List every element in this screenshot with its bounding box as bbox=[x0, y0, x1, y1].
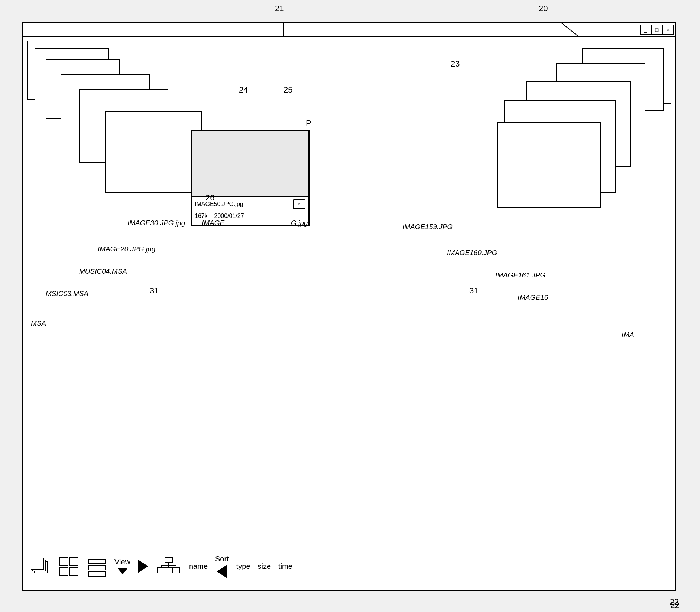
ref-P-label: P bbox=[306, 119, 311, 128]
ref-25-label: 25 bbox=[283, 85, 292, 95]
list-icon[interactable] bbox=[87, 556, 107, 577]
svg-rect-21 bbox=[88, 566, 105, 570]
file-label-image160: IMAGE160.JPG bbox=[447, 249, 497, 257]
file-label-image161: IMAGE161.JPG bbox=[495, 271, 545, 279]
svg-rect-20 bbox=[88, 559, 105, 564]
toolbar: View name bbox=[23, 542, 675, 590]
svg-rect-17 bbox=[70, 557, 78, 566]
time-label: time bbox=[278, 562, 292, 571]
file-label-image16x: IMAGE16 bbox=[518, 293, 548, 302]
main-window: _ □ × bbox=[22, 22, 676, 591]
card-image-area bbox=[192, 131, 308, 197]
view-dropdown-icon[interactable] bbox=[117, 568, 128, 575]
grid-icon[interactable] bbox=[59, 556, 79, 577]
file-label-music04: MUSIC04.MSA bbox=[79, 267, 127, 276]
ref-23-label: 23 bbox=[451, 59, 460, 69]
file-label-ima: IMA bbox=[622, 331, 634, 339]
svg-rect-19 bbox=[70, 567, 78, 576]
stacked-pages-icon[interactable] bbox=[31, 556, 51, 577]
size-label: size bbox=[258, 562, 271, 571]
type-label: type bbox=[236, 562, 250, 571]
play-icon[interactable] bbox=[138, 560, 148, 573]
file-label-image20: IMAGE20.JPG.jpg bbox=[98, 245, 155, 253]
svg-rect-24 bbox=[165, 557, 172, 563]
file-label-g: G.jpg bbox=[291, 219, 308, 227]
sort-label: Sort bbox=[215, 555, 229, 563]
content-area: 21 20 IMAGE50.JPG.jpg ○ 167k 2000/01/ bbox=[23, 37, 675, 542]
outer-ref-21: 21 bbox=[275, 4, 284, 13]
ref-31-right-label: 31 bbox=[469, 286, 478, 296]
card-date: 2000/01/27 bbox=[214, 213, 244, 219]
card-right-6[interactable] bbox=[497, 122, 601, 208]
sort-control: Sort bbox=[215, 555, 229, 578]
svg-rect-22 bbox=[88, 572, 105, 576]
ref-24-label: 24 bbox=[239, 85, 248, 95]
minimize-button[interactable]: _ bbox=[640, 25, 651, 35]
file-label-msic03: MSIC03.MSA bbox=[46, 290, 88, 298]
outer-ref-20: 20 bbox=[539, 4, 548, 13]
window-controls: _ □ × bbox=[640, 25, 674, 35]
card-bg-6[interactable] bbox=[105, 111, 202, 193]
ref-31-left-label: 31 bbox=[150, 286, 159, 296]
maximize-button[interactable]: □ bbox=[651, 25, 662, 35]
play-triangle bbox=[138, 560, 148, 573]
svg-rect-16 bbox=[60, 557, 68, 566]
svg-rect-31 bbox=[165, 568, 172, 573]
outer-ref-22: 22 bbox=[671, 600, 680, 610]
file-label-image30: IMAGE30.JPG.jpg bbox=[127, 219, 185, 227]
focused-card[interactable]: IMAGE50.JPG.jpg ○ 167k 2000/01/27 bbox=[191, 130, 310, 226]
card-size: 167k bbox=[195, 213, 208, 219]
file-label-msa: MSA bbox=[31, 319, 46, 328]
file-label-image: IMAGE bbox=[202, 219, 224, 227]
view-label: View bbox=[114, 558, 130, 566]
file-label-image159: IMAGE159.JPG bbox=[402, 223, 453, 231]
sort-icon[interactable] bbox=[217, 565, 227, 578]
title-bar: _ □ × bbox=[23, 23, 675, 37]
svg-rect-30 bbox=[158, 568, 165, 573]
svg-rect-15 bbox=[31, 558, 44, 569]
view-control: View bbox=[114, 558, 130, 575]
close-button[interactable]: × bbox=[662, 25, 674, 35]
camera-icon: ○ bbox=[293, 199, 305, 209]
name-label: name bbox=[189, 562, 208, 571]
svg-rect-18 bbox=[60, 567, 68, 576]
hierarchy-icon[interactable] bbox=[156, 556, 182, 577]
ref-26-label: 26 bbox=[205, 193, 214, 203]
svg-rect-32 bbox=[172, 568, 180, 573]
card-filename: IMAGE50.JPG.jpg bbox=[195, 201, 243, 207]
svg-marker-23 bbox=[118, 568, 127, 574]
